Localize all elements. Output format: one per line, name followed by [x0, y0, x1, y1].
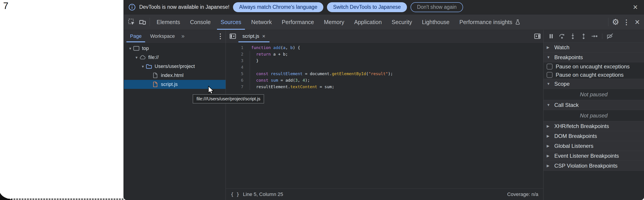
tree-item-top[interactable]: ▼top	[124, 44, 226, 53]
tab-close-icon[interactable]: ×	[262, 33, 266, 39]
tab-performance-insights[interactable]: Performance insights	[454, 14, 526, 30]
step-into-button[interactable]	[568, 31, 578, 41]
line-number[interactable]: 7	[226, 84, 243, 89]
step-out-button[interactable]	[579, 31, 588, 41]
tab-lighthouse[interactable]: Lighthouse	[417, 14, 454, 30]
banner-button-always-match-chrome-s-language[interactable]: Always match Chrome's language	[233, 2, 323, 12]
section-header-call-stack[interactable]: ▼Call Stack	[544, 100, 644, 110]
code-lines: 1function add(a, b) {2 return a + b;3 }4…	[226, 44, 543, 90]
section-header-xhr-fetch-breakpoints[interactable]: ▶XHR/fetch Breakpoints	[544, 121, 644, 131]
triangle-right-icon: ▶	[547, 45, 552, 49]
banner-button-don-t-show-again[interactable]: Don't show again	[410, 2, 463, 12]
section-label: XHR/fetch Breakpoints	[554, 123, 609, 129]
pause-resume-button[interactable]	[546, 31, 556, 41]
line-number[interactable]: 5	[226, 71, 243, 76]
token-pl: resultElement.	[251, 84, 290, 89]
token-pl: );	[305, 78, 310, 83]
tab-label: Security	[392, 19, 412, 25]
line-number[interactable]: 2	[226, 52, 243, 56]
section-header-breakpoints[interactable]: ▼Breakpoints	[544, 52, 644, 62]
toolbar-separator	[150, 18, 150, 26]
paused-status-label: Not paused	[580, 91, 608, 98]
token-pl	[251, 71, 256, 76]
expander-icon[interactable]: ▼	[140, 65, 146, 68]
section-header-watch[interactable]: ▶Watch	[544, 42, 644, 52]
section-header-csp-violation-breakpoints[interactable]: ▶CSP Violation Breakpoints	[544, 161, 644, 171]
tab-sources[interactable]: Sources	[216, 14, 246, 30]
editor-tab-scriptjs[interactable]: script.js ×	[238, 30, 270, 42]
html-file-icon	[153, 72, 158, 78]
triangle-right-icon: ▶	[547, 154, 552, 158]
tab-performance[interactable]: Performance	[277, 14, 319, 30]
token-pl	[251, 52, 256, 56]
tab-security[interactable]: Security	[387, 14, 417, 30]
panel-header-row: PageWorkspace » ⋮ script.js ×	[124, 30, 644, 42]
token-pl: ,	[286, 45, 290, 50]
paused-status: Not paused	[544, 89, 644, 100]
section-header-scope[interactable]: ▼Scope	[544, 79, 644, 89]
expander-icon[interactable]: ▼	[134, 56, 139, 59]
tab-label: Sources	[220, 19, 241, 25]
expander-icon[interactable]: ▼	[128, 47, 133, 50]
tab-label: Elements	[156, 19, 180, 25]
tab-memory[interactable]: Memory	[319, 14, 349, 30]
line-number[interactable]: 1	[226, 45, 243, 50]
checkbox-unchecked[interactable]	[547, 72, 552, 78]
banner-close-icon[interactable]: ×	[631, 3, 640, 11]
tree-item-users-user-project[interactable]: ▼Users/user/project	[124, 62, 226, 71]
navigator-tab-workspace[interactable]: Workspace	[146, 30, 179, 42]
banner-message: DevTools is now available in Japanese!	[139, 4, 230, 10]
debugger-sections: ▶Watch▼BreakpointsPause on uncaught exce…	[544, 42, 644, 171]
code-line-1: 1function add(a, b) {	[226, 44, 543, 51]
code-editor[interactable]: 1function add(a, b) {2 return a + b;3 }4…	[226, 42, 543, 189]
navigator-menu-button[interactable]: ⋮	[215, 30, 226, 42]
token-pl: = sum;	[317, 84, 334, 89]
more-tabs-button[interactable]: »	[179, 30, 187, 42]
toolbar-right-controls: ⚙ ⋮ ×	[606, 14, 644, 30]
section-header-global-listeners[interactable]: ▶Global Listeners	[544, 141, 644, 151]
frame-icon	[133, 46, 140, 51]
step-button[interactable]	[590, 31, 600, 41]
close-devtools-button[interactable]: ×	[632, 14, 643, 30]
toggle-debugger-sidebar-button[interactable]	[532, 30, 543, 42]
checkbox-row-pause-on-caught-exceptions[interactable]: Pause on caught exceptions	[544, 71, 644, 79]
token-kw: function	[251, 45, 271, 50]
section-header-dom-breakpoints[interactable]: ▶DOM Breakpoints	[544, 131, 644, 141]
triangle-right-icon: ▶	[547, 164, 552, 168]
code-line-6: 6 const sum = add(3, 4);	[226, 77, 543, 83]
checkbox-row-pause-on-uncaught-exceptions[interactable]: Pause on uncaught exceptions	[544, 62, 644, 71]
inspect-element-button[interactable]	[126, 14, 137, 30]
toggle-navigator-button[interactable]	[227, 30, 238, 42]
line-number[interactable]: 3	[226, 58, 243, 63]
line-number[interactable]: 6	[226, 78, 243, 83]
deactivate-breakpoints-button[interactable]	[605, 31, 615, 41]
banner-button-switch-devtools-to-japanese[interactable]: Switch DevTools to Japanese	[327, 2, 407, 12]
pretty-print-icon[interactable]: { }	[231, 192, 239, 197]
section-label: Breakpoints	[554, 54, 583, 60]
navigator-tab-page[interactable]: Page	[126, 30, 146, 42]
code-text: return a + b;	[243, 52, 288, 56]
indent-guide-line	[250, 51, 250, 90]
token-pr: textContent	[290, 84, 317, 89]
more-options-button[interactable]: ⋮	[621, 14, 632, 30]
section-header-event-listener-breakpoints[interactable]: ▶Event Listener Breakpoints	[544, 151, 644, 161]
tab-label: Performance	[282, 19, 314, 25]
tab-console[interactable]: Console	[185, 14, 216, 30]
checkbox-unchecked[interactable]	[547, 64, 552, 69]
kebab-menu-icon: ⋮	[623, 18, 630, 26]
tab-elements[interactable]: Elements	[152, 14, 185, 30]
code-text: const sum = add(3, 4);	[243, 78, 310, 83]
code-line-5: 5 const resultElement = document.getElem…	[226, 70, 543, 77]
token-nu: 3	[295, 78, 298, 83]
line-number[interactable]: 4	[226, 65, 243, 69]
settings-button[interactable]: ⚙	[610, 14, 621, 30]
info-icon	[128, 3, 136, 11]
tab-application[interactable]: Application	[349, 14, 387, 30]
device-toolbar-button[interactable]	[137, 14, 148, 30]
tab-network[interactable]: Network	[246, 14, 277, 30]
tree-item-file-[interactable]: ▼file://	[124, 53, 226, 62]
tree-item-index-html[interactable]: index.html	[124, 71, 226, 80]
step-over-button[interactable]	[557, 31, 567, 41]
triangle-down-icon: ▼	[547, 103, 552, 107]
code-line-2: 2 return a + b;	[226, 51, 543, 57]
